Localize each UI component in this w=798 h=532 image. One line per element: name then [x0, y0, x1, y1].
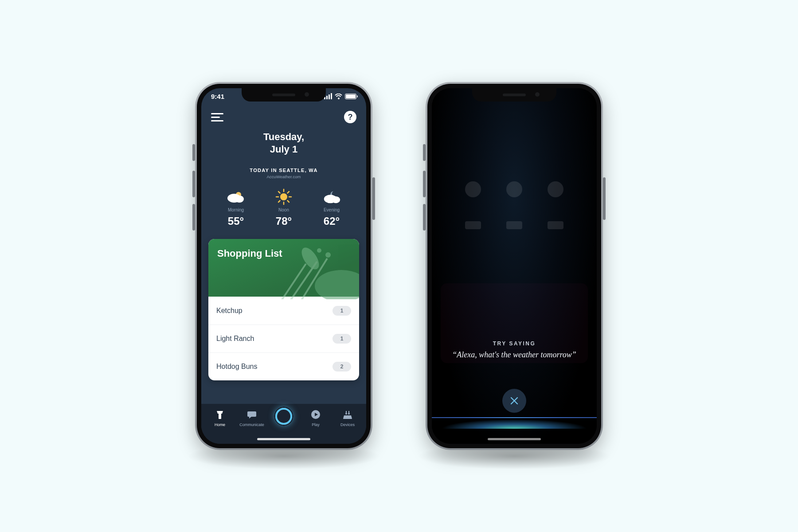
screen-listening: TRY SAYING “Alexa, what's the weather to… — [432, 88, 597, 444]
tab-alexa[interactable] — [270, 407, 297, 428]
svg-point-15 — [325, 252, 331, 258]
home-content[interactable]: Tuesday, July 1 TODAY IN SEATTLE, WA Acc… — [201, 128, 366, 408]
list-item[interactable]: Hotdog Buns 2 — [208, 352, 359, 380]
tab-play[interactable]: Play — [302, 408, 329, 427]
home-indicator[interactable] — [257, 438, 310, 440]
forecast-row: Morning 55° — [201, 179, 366, 231]
forecast-morning[interactable]: Morning 55° — [226, 189, 246, 227]
battery-icon — [345, 94, 356, 99]
forecast-evening-temp: 62° — [324, 215, 340, 227]
devices-icon — [341, 408, 354, 421]
svg-rect-18 — [219, 414, 221, 419]
tab-home-label: Home — [215, 422, 225, 427]
power-button — [372, 177, 375, 220]
try-saying-block: TRY SAYING “Alexa, what's the weather to… — [432, 340, 597, 360]
forecast-morning-label: Morning — [228, 207, 244, 212]
list-item-count: 1 — [332, 334, 351, 344]
tab-home[interactable]: Home — [206, 408, 234, 427]
wifi-icon — [335, 94, 342, 99]
svg-point-2 — [235, 196, 244, 203]
close-button[interactable] — [502, 389, 526, 413]
date-line-1: Tuesday, — [201, 131, 366, 143]
date-heading: Tuesday, July 1 — [201, 131, 366, 155]
menu-icon[interactable] — [211, 113, 223, 121]
home-icon — [214, 408, 226, 421]
svg-line-9 — [288, 201, 289, 203]
card-title: Shopping List — [217, 248, 282, 259]
try-saying-label: TRY SAYING — [443, 340, 585, 347]
list-item-count: 2 — [332, 362, 351, 372]
forecast-noon[interactable]: Noon 78° — [274, 189, 293, 227]
utensils-illustration — [275, 239, 359, 299]
forecast-evening-label: Evening — [324, 207, 340, 212]
tab-communicate[interactable]: Communicate — [238, 408, 266, 427]
svg-point-3 — [280, 193, 287, 200]
svg-line-10 — [288, 192, 289, 193]
help-button[interactable]: ? — [344, 111, 356, 123]
phone-left: 9:41 ? — [195, 82, 372, 450]
forecast-noon-temp: 78° — [276, 215, 292, 227]
partly-cloudy-icon — [226, 189, 246, 205]
status-indicators — [324, 93, 356, 99]
sunny-icon — [274, 189, 293, 205]
svg-point-17 — [315, 270, 359, 299]
list-item[interactable]: Ketchup 1 — [208, 297, 359, 325]
tab-play-label: Play — [312, 422, 320, 427]
weather-attribution: AccuWeather.com — [201, 174, 366, 179]
svg-point-16 — [317, 248, 321, 253]
date-line-2: July 1 — [201, 143, 366, 156]
play-icon — [309, 408, 322, 421]
help-glyph: ? — [348, 113, 353, 122]
shopping-list-header: Shopping List — [208, 239, 359, 297]
svg-point-13 — [332, 196, 340, 203]
alexa-icon — [274, 407, 293, 426]
list-item-count: 1 — [332, 306, 351, 316]
shopping-list-card[interactable]: Shopping List — [208, 239, 359, 380]
status-time: 9:41 — [211, 93, 224, 100]
notch — [472, 88, 556, 102]
forecast-morning-temp: 55° — [228, 215, 244, 227]
night-cloudy-icon — [322, 189, 341, 205]
list-item-name: Light Ranch — [216, 335, 254, 343]
try-saying-phrase: “Alexa, what's the weather tomorrow” — [443, 350, 585, 360]
close-icon — [509, 396, 519, 406]
tab-communicate-label: Communicate — [239, 422, 264, 427]
power-button — [603, 177, 606, 220]
weather-location: TODAY IN SEATTLE, WA — [201, 168, 366, 173]
tab-devices[interactable]: Devices — [334, 408, 361, 427]
home-indicator[interactable] — [488, 438, 541, 440]
svg-point-21 — [348, 413, 350, 415]
list-item[interactable]: Light Ranch 1 — [208, 325, 359, 352]
svg-point-20 — [345, 413, 347, 415]
tab-devices-label: Devices — [340, 422, 355, 427]
screen-home: 9:41 ? — [201, 88, 366, 444]
notch — [242, 88, 326, 102]
phone-right: TRY SAYING “Alexa, what's the weather to… — [426, 82, 603, 450]
list-item-name: Hotdog Buns — [216, 363, 258, 371]
forecast-noon-label: Noon — [278, 207, 289, 212]
top-bar: ? — [201, 106, 366, 128]
forecast-evening[interactable]: Evening 62° — [322, 189, 341, 227]
communicate-icon — [246, 408, 258, 421]
svg-line-11 — [278, 201, 280, 203]
list-item-name: Ketchup — [216, 307, 243, 315]
voice-wave-indicator — [432, 417, 597, 429]
svg-line-8 — [278, 192, 280, 193]
